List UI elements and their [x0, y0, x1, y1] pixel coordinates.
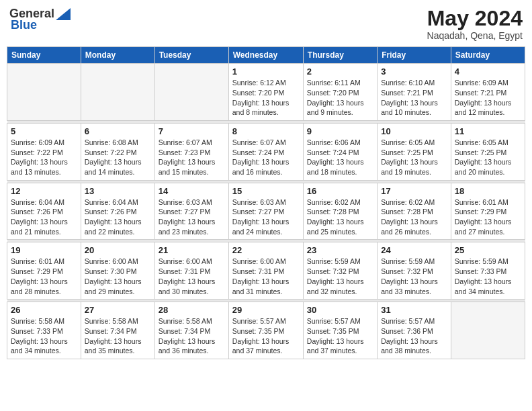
header-tuesday: Tuesday: [154, 47, 228, 64]
calendar-cell: 29Sunrise: 5:57 AMSunset: 7:35 PMDayligh…: [228, 302, 303, 359]
header-saturday: Saturday: [451, 47, 525, 64]
calendar-cell: 23Sunrise: 5:59 AMSunset: 7:32 PMDayligh…: [303, 242, 377, 300]
day-info: Sunrise: 6:05 AMSunset: 7:25 PMDaylight:…: [455, 138, 521, 177]
calendar-cell: 17Sunrise: 6:02 AMSunset: 7:28 PMDayligh…: [378, 183, 451, 240]
day-info: Sunrise: 6:00 AMSunset: 7:30 PMDaylight:…: [85, 257, 151, 296]
day-number: 31: [381, 305, 447, 315]
weekday-header-row: Sunday Monday Tuesday Wednesday Thursday…: [7, 47, 525, 64]
page-header: General Blue May 2024 Naqadah, Qena, Egy…: [7, 7, 525, 41]
header-thursday: Thursday: [303, 47, 377, 64]
location-title: Naqadah, Qena, Egypt: [427, 30, 523, 41]
calendar-cell: 22Sunrise: 6:00 AMSunset: 7:31 PMDayligh…: [228, 242, 303, 300]
day-number: 23: [307, 245, 373, 255]
day-info: Sunrise: 6:00 AMSunset: 7:31 PMDaylight:…: [232, 257, 300, 296]
day-info: Sunrise: 5:58 AMSunset: 7:33 PMDaylight:…: [11, 316, 77, 356]
day-info: Sunrise: 6:04 AMSunset: 7:26 PMDaylight:…: [85, 197, 151, 237]
day-number: 18: [455, 186, 521, 196]
calendar-cell: 10Sunrise: 6:05 AMSunset: 7:25 PMDayligh…: [378, 123, 451, 180]
logo: General Blue: [9, 7, 71, 32]
week-row-3: 12Sunrise: 6:04 AMSunset: 7:26 PMDayligh…: [7, 183, 525, 240]
calendar-cell: 26Sunrise: 5:58 AMSunset: 7:33 PMDayligh…: [7, 302, 81, 359]
day-info: Sunrise: 6:05 AMSunset: 7:25 PMDaylight:…: [381, 138, 447, 177]
header-wednesday: Wednesday: [228, 47, 303, 64]
calendar-cell: 14Sunrise: 6:03 AMSunset: 7:27 PMDayligh…: [154, 183, 228, 240]
calendar-cell: 19Sunrise: 6:01 AMSunset: 7:29 PMDayligh…: [7, 242, 81, 300]
day-info: Sunrise: 6:10 AMSunset: 7:21 PMDaylight:…: [381, 78, 447, 118]
day-info: Sunrise: 6:09 AMSunset: 7:21 PMDaylight:…: [455, 78, 521, 118]
calendar-cell: 16Sunrise: 6:02 AMSunset: 7:28 PMDayligh…: [303, 183, 377, 240]
day-info: Sunrise: 5:58 AMSunset: 7:34 PMDaylight:…: [159, 316, 225, 356]
day-info: Sunrise: 6:04 AMSunset: 7:26 PMDaylight:…: [11, 197, 77, 237]
week-row-5: 26Sunrise: 5:58 AMSunset: 7:33 PMDayligh…: [7, 302, 525, 359]
calendar-cell: 6Sunrise: 6:08 AMSunset: 7:22 PMDaylight…: [81, 123, 154, 180]
day-number: 24: [381, 245, 447, 255]
calendar-cell: 7Sunrise: 6:07 AMSunset: 7:23 PMDaylight…: [154, 123, 228, 180]
calendar-cell: 4Sunrise: 6:09 AMSunset: 7:21 PMDaylight…: [451, 64, 525, 121]
header-friday: Friday: [378, 47, 451, 64]
month-title: May 2024: [427, 7, 523, 30]
day-info: Sunrise: 6:08 AMSunset: 7:22 PMDaylight:…: [85, 138, 151, 177]
day-number: 16: [307, 186, 373, 196]
header-sunday: Sunday: [7, 47, 81, 64]
day-number: 27: [85, 305, 151, 315]
day-number: 11: [455, 126, 521, 136]
day-info: Sunrise: 5:57 AMSunset: 7:36 PMDaylight:…: [381, 316, 447, 356]
day-info: Sunrise: 6:02 AMSunset: 7:28 PMDaylight:…: [381, 197, 447, 237]
day-number: 1: [232, 66, 300, 77]
day-number: 17: [381, 186, 447, 196]
header-monday: Monday: [81, 47, 154, 64]
day-info: Sunrise: 6:09 AMSunset: 7:22 PMDaylight:…: [11, 138, 77, 177]
logo-icon: [56, 8, 71, 20]
day-info: Sunrise: 6:03 AMSunset: 7:27 PMDaylight:…: [232, 197, 300, 237]
week-row-4: 19Sunrise: 6:01 AMSunset: 7:29 PMDayligh…: [7, 242, 525, 300]
day-info: Sunrise: 6:07 AMSunset: 7:24 PMDaylight:…: [232, 138, 300, 177]
day-info: Sunrise: 5:58 AMSunset: 7:34 PMDaylight:…: [85, 316, 151, 356]
day-number: 3: [381, 66, 447, 77]
calendar-cell: 13Sunrise: 6:04 AMSunset: 7:26 PMDayligh…: [81, 183, 154, 240]
calendar-cell: 5Sunrise: 6:09 AMSunset: 7:22 PMDaylight…: [7, 123, 81, 180]
day-number: 13: [85, 186, 151, 196]
calendar-cell: 30Sunrise: 5:57 AMSunset: 7:35 PMDayligh…: [303, 302, 377, 359]
day-info: Sunrise: 6:07 AMSunset: 7:23 PMDaylight:…: [159, 138, 225, 177]
day-number: 8: [232, 126, 300, 136]
day-info: Sunrise: 6:11 AMSunset: 7:20 PMDaylight:…: [307, 78, 373, 118]
day-number: 30: [307, 305, 373, 315]
calendar-cell: 25Sunrise: 5:59 AMSunset: 7:33 PMDayligh…: [451, 242, 525, 300]
day-number: 29: [232, 305, 300, 315]
day-number: 26: [11, 305, 77, 315]
day-info: Sunrise: 6:01 AMSunset: 7:29 PMDaylight:…: [455, 197, 521, 237]
day-number: 7: [159, 126, 225, 136]
day-info: Sunrise: 6:12 AMSunset: 7:20 PMDaylight:…: [232, 78, 300, 118]
day-number: 4: [455, 66, 521, 77]
calendar-table: Sunday Monday Tuesday Wednesday Thursday…: [7, 46, 525, 359]
day-info: Sunrise: 6:06 AMSunset: 7:24 PMDaylight:…: [307, 138, 373, 177]
calendar-cell: [81, 64, 154, 121]
calendar-cell: 31Sunrise: 5:57 AMSunset: 7:36 PMDayligh…: [378, 302, 451, 359]
calendar-cell: 8Sunrise: 6:07 AMSunset: 7:24 PMDaylight…: [228, 123, 303, 180]
calendar-cell: 21Sunrise: 6:00 AMSunset: 7:31 PMDayligh…: [154, 242, 228, 300]
week-row-2: 5Sunrise: 6:09 AMSunset: 7:22 PMDaylight…: [7, 123, 525, 180]
calendar-cell: [154, 64, 228, 121]
day-info: Sunrise: 6:03 AMSunset: 7:27 PMDaylight:…: [159, 197, 225, 237]
day-number: 9: [307, 126, 373, 136]
day-number: 19: [11, 245, 77, 255]
calendar-cell: 1Sunrise: 6:12 AMSunset: 7:20 PMDaylight…: [228, 64, 303, 121]
calendar-cell: 3Sunrise: 6:10 AMSunset: 7:21 PMDaylight…: [378, 64, 451, 121]
day-number: 15: [232, 186, 300, 196]
day-number: 21: [159, 245, 225, 255]
day-number: 28: [159, 305, 225, 315]
calendar-cell: 28Sunrise: 5:58 AMSunset: 7:34 PMDayligh…: [154, 302, 228, 359]
day-number: 6: [85, 126, 151, 136]
day-info: Sunrise: 6:01 AMSunset: 7:29 PMDaylight:…: [11, 257, 77, 296]
calendar-cell: 12Sunrise: 6:04 AMSunset: 7:26 PMDayligh…: [7, 183, 81, 240]
svg-marker-0: [56, 8, 71, 20]
day-number: 12: [11, 186, 77, 196]
day-number: 2: [307, 66, 373, 77]
day-number: 14: [159, 186, 225, 196]
day-number: 10: [381, 126, 447, 136]
day-number: 25: [455, 245, 521, 255]
day-info: Sunrise: 5:59 AMSunset: 7:32 PMDaylight:…: [381, 257, 447, 296]
calendar-cell: 11Sunrise: 6:05 AMSunset: 7:25 PMDayligh…: [451, 123, 525, 180]
calendar-cell: [7, 64, 81, 121]
calendar-cell: 24Sunrise: 5:59 AMSunset: 7:32 PMDayligh…: [378, 242, 451, 300]
